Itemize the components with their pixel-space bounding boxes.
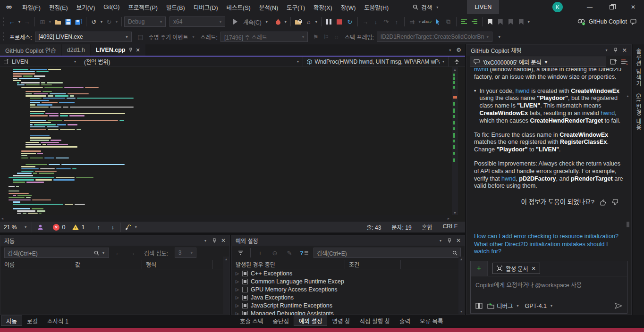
new-window-button[interactable]: ⊞ (37, 17, 48, 27)
zoom-level-combo[interactable]: 21 %▾ (0, 222, 32, 232)
stop-debugging-button[interactable] (334, 17, 345, 27)
chat-input[interactable]: Copilot에게 요청하거나 @workspace 사용 (471, 276, 627, 293)
scroll-left-arrow[interactable]: ◂ (1, 216, 3, 221)
project-dropdown[interactable]: LIVEN▾ (0, 57, 80, 66)
expand-arrow-icon[interactable]: ▷ (236, 295, 239, 300)
search-options-dropdown[interactable]: ▾ (101, 251, 106, 255)
browser-link-dropdown[interactable]: ▾ (314, 20, 319, 24)
panel-tab[interactable]: 중단점 (268, 315, 294, 326)
context-scope-dropdown[interactable]: 디버그 ▾ (487, 301, 520, 310)
open-file-button[interactable] (52, 17, 63, 27)
menu-item[interactable]: 빌드(B) (162, 0, 189, 14)
panel-tab[interactable]: 오류 목록 (415, 315, 448, 326)
continue-label[interactable]: 계속(C) (243, 18, 262, 26)
next-issue-button[interactable]: ↓ (108, 222, 118, 232)
lifecycle-dropdown[interactable]: ▾ (191, 35, 195, 39)
navigate-forward-button[interactable]: → (22, 17, 32, 27)
save-all-button[interactable] (73, 17, 84, 27)
exception-row[interactable]: ▷ Common Language Runtime Excep (232, 277, 465, 285)
chat-message-area[interactable]: hwnd (window handle), a failure in creat… (466, 68, 631, 227)
window-position-dropdown[interactable]: ▾ (203, 239, 208, 243)
close-button[interactable]: ✕ (622, 0, 644, 14)
thumbs-up-icon[interactable] (599, 199, 607, 206)
panel-tab[interactable]: 로컬 (22, 315, 42, 326)
undo-dropdown[interactable]: ▾ (99, 20, 104, 24)
exception-row[interactable]: ▷ Java Exceptions (232, 293, 465, 301)
followup-link[interactable]: What other Direct2D initialization mista… (474, 241, 625, 256)
chat-history-icon[interactable] (621, 59, 628, 65)
menu-item[interactable]: 디버그(D) (189, 0, 222, 14)
eol-indicator[interactable]: CRLF (443, 223, 458, 231)
expand-arrow-icon[interactable]: ▷ (236, 287, 239, 292)
window-position-dropdown[interactable]: ▾ (438, 239, 443, 243)
code-cleanup-button[interactable] (123, 222, 134, 232)
avatar[interactable]: K (552, 2, 563, 12)
solution-platform-combo[interactable]: x64▾ (169, 17, 225, 27)
exceptions-search-input[interactable]: 검색(Ctrl+E) (314, 248, 461, 258)
model-picker-dropdown[interactable]: GPT-4.1 ▾ (525, 303, 554, 309)
encoding-indicator[interactable]: 혼합 (422, 223, 432, 231)
exception-row[interactable]: ▷ GPU Memory Access Exceptions (232, 285, 465, 293)
panel-tab[interactable]: 예외 설정 (294, 315, 327, 326)
breakpoint-tool-button[interactable]: ⇉ (407, 17, 417, 27)
undo-button[interactable]: ↺ (89, 17, 99, 27)
menu-item[interactable]: 파일(F) (18, 0, 45, 14)
exception-checkbox[interactable] (242, 295, 248, 300)
redo-button[interactable]: ↻ (104, 17, 114, 27)
spell-check-button[interactable]: abc✓ (422, 17, 433, 27)
exceptions-scrollbar[interactable]: ▲▼ (458, 257, 464, 314)
code-editor[interactable] (0, 67, 465, 215)
document-list-dropdown[interactable]: ▾ (448, 48, 452, 52)
code-cleanup-dropdown[interactable]: ▾ (134, 225, 138, 229)
restore-button[interactable] (601, 0, 622, 14)
scrollbar-thumb[interactable] (627, 222, 629, 227)
error-count[interactable]: ✕ 0 (53, 222, 65, 232)
menu-item[interactable]: 도움말(H) (360, 0, 393, 14)
stackframe-combo[interactable]: ID2D1RenderTarget::CreateSolidColorBru▾ (377, 32, 492, 42)
member-dropdown[interactable]: WndProc(HWND hwnd, UINT msg, WPARAM wPar… (303, 57, 449, 66)
flagged-threads-icon[interactable]: ⚐ (321, 32, 331, 42)
close-icon[interactable]: ✕ (456, 237, 461, 244)
remove-exception-button[interactable]: ⊖ (270, 248, 280, 258)
scroll-down-arrow[interactable]: ▼ (452, 210, 458, 215)
remove-chip-icon[interactable]: ✕ (532, 266, 536, 272)
step-over-button[interactable]: ↷ (381, 17, 391, 27)
scroll-up-arrow[interactable]: ▲ (452, 67, 458, 72)
exception-checkbox[interactable] (242, 279, 248, 284)
line-indicator[interactable]: 줄: 43 (366, 223, 381, 231)
expand-arrow-icon[interactable]: ▷ (236, 279, 239, 284)
continue-button[interactable] (230, 17, 240, 27)
side-tab[interactable]: 솔루션 탐색기 (635, 48, 643, 87)
process-combo[interactable]: [4092] LIVEN.exe▾ (35, 32, 132, 42)
panel-tab[interactable]: 출력 (395, 315, 415, 326)
breakpoint-tool-dropdown[interactable]: ▾ (417, 20, 422, 24)
exception-row[interactable]: ▷ JavaScript Runtime Exceptions (232, 301, 465, 309)
window-position-dropdown[interactable]: ▾ (604, 48, 609, 52)
panel-tab[interactable]: 명령 창 (327, 315, 355, 326)
split-editor-handle[interactable] (449, 57, 465, 66)
toolbar-overflow-dropdown[interactable]: ▾ (497, 35, 502, 39)
pin-icon[interactable] (212, 238, 217, 243)
editor-tab[interactable]: d2d1.h ✕ (62, 44, 90, 56)
editor-horizontal-scrollbar[interactable]: ◂ ▸ (0, 215, 451, 222)
add-context-button[interactable]: + (471, 261, 488, 276)
next-bookmark-button[interactable] (506, 17, 516, 27)
menu-item[interactable]: 편집(E) (45, 0, 72, 14)
exception-checkbox[interactable] (242, 287, 248, 292)
toggle-bookmark-button[interactable] (485, 17, 495, 27)
previous-issue-button[interactable]: ↑ (93, 222, 104, 232)
pin-icon[interactable] (613, 48, 618, 53)
autos-header[interactable]: 자동 ▾ ✕ (0, 235, 229, 246)
menu-item[interactable]: 프로젝트(P) (124, 0, 162, 14)
exception-checkbox[interactable] (242, 271, 248, 276)
chat-session-combo[interactable]: '0xC0000005' 예외 분석 ▾ (470, 57, 606, 67)
new-chat-icon[interactable] (610, 58, 617, 65)
pin-icon[interactable] (447, 238, 452, 243)
close-icon[interactable]: ✕ (622, 47, 627, 54)
hot-reload-button[interactable] (273, 17, 283, 27)
editor-tab[interactable]: LIVEN.cpp ✕ (91, 44, 145, 56)
add-exception-button[interactable]: + (255, 248, 265, 258)
scope-dropdown[interactable]: (전역 범위)▾ (80, 57, 303, 66)
thread-combo[interactable]: [17496] 주 스레드▾ (220, 32, 308, 42)
followup-link[interactable]: How can I add error checking to resource… (474, 233, 625, 241)
